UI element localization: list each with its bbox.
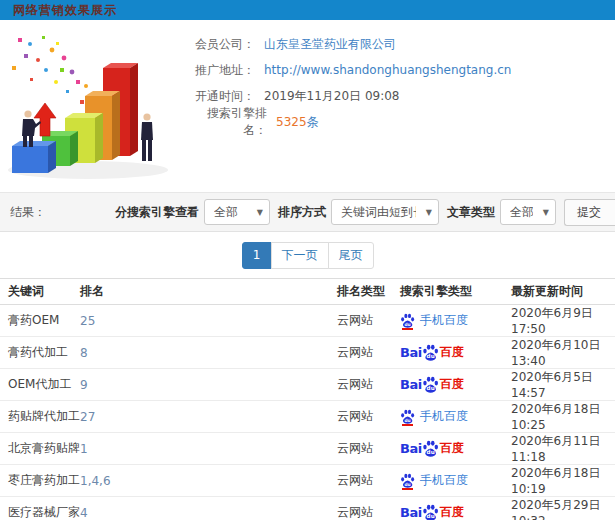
keyword-cell: 医疗器械厂家 — [0, 497, 80, 520]
baidu-paw-icon: du — [422, 504, 439, 520]
engine-rank-label: 搜索引擎排名： — [185, 105, 267, 139]
engine-cell: Bai du 百度 — [400, 497, 511, 520]
engine-cell: du 手机百度 — [400, 465, 511, 497]
header-keyword: 关键词 — [0, 279, 80, 305]
baidu-paw-icon: du — [422, 344, 439, 361]
svg-text:du: du — [426, 353, 434, 359]
updated-cell: 2020年6月18日 10:19 — [511, 465, 615, 497]
rank-type-cell: 云网站 — [337, 305, 400, 337]
company-row: 会员公司： 山东皇圣堂药业有限公司 — [185, 31, 615, 57]
mobile-baidu-underline — [402, 424, 413, 426]
baidu-paw-icon: du — [422, 376, 439, 393]
results-table-body: 膏药OEM 25 云网站 du 手机百度 2020年6月9日 17:50 膏药代… — [0, 305, 615, 520]
table-row: 枣庄膏药加工 1,4,6 云网站 du 手机百度 2020年6月18日 10:1… — [0, 465, 615, 497]
updated-cell: 2020年6月11日 11:18 — [511, 433, 615, 465]
svg-text:du: du — [426, 449, 434, 455]
top-bar: 网络营销效果展示 — [0, 0, 615, 20]
rank-type-cell: 云网站 — [337, 497, 400, 520]
mobile-baidu-logo: du 手机百度 — [400, 408, 468, 425]
updated-cell: 2020年5月29日 10:32 — [511, 497, 615, 520]
result-label: 结果： — [10, 204, 46, 221]
rank-type-cell: 云网站 — [337, 337, 400, 369]
rank-link[interactable]: 4 — [80, 506, 88, 520]
rank-type-cell: 云网站 — [337, 465, 400, 497]
engine-rank-value: 5325条 — [276, 114, 319, 131]
table-row: 北京膏药贴牌 1 云网站 Bai du 百度 2020年6月11日 11:18 — [0, 433, 615, 465]
header-rank-type: 排名类型 — [337, 279, 400, 305]
caret-down-icon: ▼ — [543, 208, 549, 217]
promo-url-label: 推广地址： — [185, 62, 255, 79]
next-page-button[interactable]: 下一页 — [271, 242, 329, 269]
engine-rank-row: 搜索引擎排名： 5325条 — [185, 109, 615, 135]
keyword-cell: 药贴牌代加工 — [0, 401, 80, 433]
table-row: 药贴牌代加工 27 云网站 du 手机百度 2020年6月18日 10:25 — [0, 401, 615, 433]
company-link[interactable]: 山东皇圣堂药业有限公司 — [264, 36, 396, 53]
engine-cell: du 手机百度 — [400, 401, 511, 433]
caret-down-icon: ▼ — [257, 208, 263, 217]
mobile-baidu-underline — [402, 488, 413, 490]
rank-type-cell: 云网站 — [337, 433, 400, 465]
mobile-baidu-label: 手机百度 — [420, 408, 468, 425]
keyword-cell: 膏药OEM — [0, 305, 80, 337]
baidu-paw-icon: du — [422, 440, 439, 457]
mobile-baidu-logo: du 手机百度 — [400, 312, 468, 329]
promo-url-row: 推广地址： http://www.shandonghuangshengtang.… — [185, 57, 615, 83]
mobile-baidu-label: 手机百度 — [420, 472, 468, 489]
filter-controls: 分搜索引擎查看 全部 ▼ 排序方式 关键词由短到长排序 ▼ 文章类型 全部 ▼ … — [107, 199, 615, 226]
table-row: 膏药代加工 8 云网站 Bai du 百度 2020年6月10日 13:40 — [0, 337, 615, 369]
keyword-cell: 北京膏药贴牌 — [0, 433, 80, 465]
engine-cell: du 手机百度 — [400, 305, 511, 337]
article-filter-value: 全部 — [510, 204, 533, 221]
baidu-logo: Bai du 百度 — [400, 504, 464, 520]
engine-cell: Bai du 百度 — [400, 369, 511, 401]
table-row: OEM代加工 9 云网站 Bai du 百度 2020年6月5日 14:57 — [0, 369, 615, 401]
page-title: 网络营销效果展示 — [13, 2, 117, 19]
updated-cell: 2020年6月10日 13:40 — [511, 337, 615, 369]
rank-link[interactable]: 1,4,6 — [80, 474, 111, 488]
svg-text:du: du — [405, 418, 411, 423]
baidu-logo-bai: Bai — [400, 441, 422, 456]
rank-link[interactable]: 9 — [80, 378, 88, 392]
rank-link[interactable]: 27 — [80, 410, 95, 424]
sort-filter-select[interactable]: 关键词由短到长排序 ▼ — [331, 199, 439, 225]
caret-down-icon: ▼ — [426, 208, 432, 217]
rank-link[interactable]: 1 — [80, 442, 88, 456]
article-filter-label: 文章类型 — [447, 204, 495, 221]
rank-count: 5325 — [276, 115, 307, 129]
rank-link[interactable]: 8 — [80, 346, 88, 360]
member-info-panel: 会员公司： 山东皇圣堂药业有限公司 推广地址： http://www.shand… — [185, 20, 615, 192]
bar-blue — [12, 141, 56, 173]
article-filter-select[interactable]: 全部 ▼ — [500, 199, 556, 225]
baidu-logo-bai: Bai — [400, 505, 422, 520]
table-row: 医疗器械厂家 4 云网站 Bai du 百度 2020年5月29日 10:32 — [0, 497, 615, 520]
engine-filter-select[interactable]: 全部 ▼ — [204, 199, 270, 225]
mobile-baidu-logo: du 手机百度 — [400, 472, 468, 489]
table-row: 膏药OEM 25 云网站 du 手机百度 2020年6月9日 17:50 — [0, 305, 615, 337]
businessman-right — [141, 113, 153, 161]
engine-cell: Bai du 百度 — [400, 337, 511, 369]
baidu-paw-icon: du — [400, 473, 415, 488]
open-time-label: 开通时间： — [185, 88, 255, 105]
engine-filter-label: 分搜索引擎查看 — [115, 204, 199, 221]
sort-filter-label: 排序方式 — [278, 204, 326, 221]
rank-type-cell: 云网站 — [337, 369, 400, 401]
baidu-logo: Bai du 百度 — [400, 376, 464, 393]
promo-url-link[interactable]: http://www.shandonghuangshengtang.cn — [264, 63, 511, 77]
engine-cell: Bai du 百度 — [400, 433, 511, 465]
baidu-logo-cn: 百度 — [440, 504, 464, 520]
filter-bar: 结果： 分搜索引擎查看 全部 ▼ 排序方式 关键词由短到长排序 ▼ 文章类型 全… — [0, 192, 615, 232]
rank-link[interactable]: 25 — [80, 314, 95, 328]
keyword-cell: 膏药代加工 — [0, 337, 80, 369]
pagination-section: 1 下一页 尾页 — [0, 232, 615, 278]
svg-text:du: du — [405, 482, 411, 487]
baidu-logo-cn: 百度 — [440, 440, 464, 457]
svg-text:du: du — [426, 385, 434, 391]
submit-button[interactable]: 提交 — [564, 199, 615, 226]
baidu-logo-bai: Bai — [400, 345, 422, 360]
header-rank: 排名 — [80, 279, 337, 305]
last-page-button[interactable]: 尾页 — [328, 242, 374, 269]
baidu-paw-icon: du — [400, 313, 415, 328]
page-button-current[interactable]: 1 — [242, 242, 272, 269]
baidu-paw-icon: du — [400, 409, 415, 424]
header-engine-type: 搜索引擎类型 — [400, 279, 511, 305]
